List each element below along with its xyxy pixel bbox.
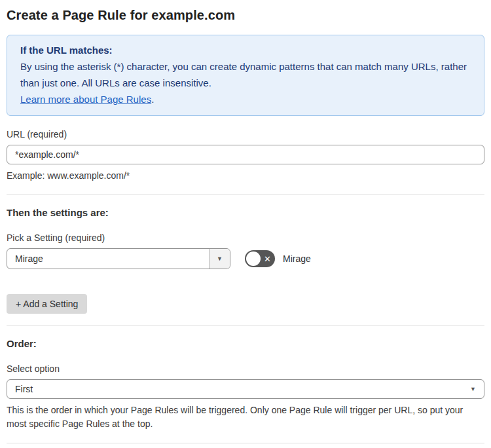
info-box-heading: If the URL matches:: [20, 42, 471, 58]
url-input[interactable]: [7, 145, 484, 164]
add-setting-button[interactable]: + Add a Setting: [7, 294, 87, 314]
divider: [7, 326, 484, 326]
order-select-value: First: [15, 384, 33, 394]
toggle-off-x-icon: ✕: [264, 255, 271, 263]
setting-select-arrow-button[interactable]: ▼: [209, 249, 230, 269]
toggle-knob: [246, 252, 261, 266]
url-example-helper: Example: www.example.com/*: [7, 169, 484, 183]
order-section-heading: Order:: [7, 338, 484, 349]
link-period: .: [151, 94, 154, 105]
setting-row: Mirage ▼ ✕ Mirage: [7, 248, 484, 269]
order-helper-text: This is the order in which your Page Rul…: [7, 403, 484, 431]
divider: [7, 443, 484, 443]
page-rule-form: Create a Page Rule for example.com If th…: [0, 0, 491, 448]
pick-setting-label: Pick a Setting (required): [7, 233, 484, 243]
chevron-down-icon: ▼: [470, 386, 476, 392]
divider: [7, 195, 484, 195]
page-title: Create a Page Rule for example.com: [7, 8, 484, 23]
url-field-label: URL (required): [7, 129, 484, 140]
mirage-toggle[interactable]: ✕: [245, 250, 275, 267]
info-box-link-line: Learn more about Page Rules.: [20, 91, 471, 107]
order-select-label: Select option: [7, 364, 484, 374]
chevron-down-icon: ▼: [217, 255, 223, 262]
setting-select-value: Mirage: [7, 249, 209, 269]
order-select[interactable]: First ▼: [7, 379, 484, 399]
info-box-body: By using the asterisk (*) character, you…: [20, 58, 471, 91]
toggle-setting-label: Mirage: [283, 253, 311, 264]
setting-select[interactable]: Mirage ▼: [7, 248, 230, 269]
url-match-info-box: If the URL matches: By using the asteris…: [7, 35, 484, 116]
learn-more-link[interactable]: Learn more about Page Rules: [20, 94, 151, 105]
settings-section-heading: Then the settings are:: [7, 207, 484, 218]
